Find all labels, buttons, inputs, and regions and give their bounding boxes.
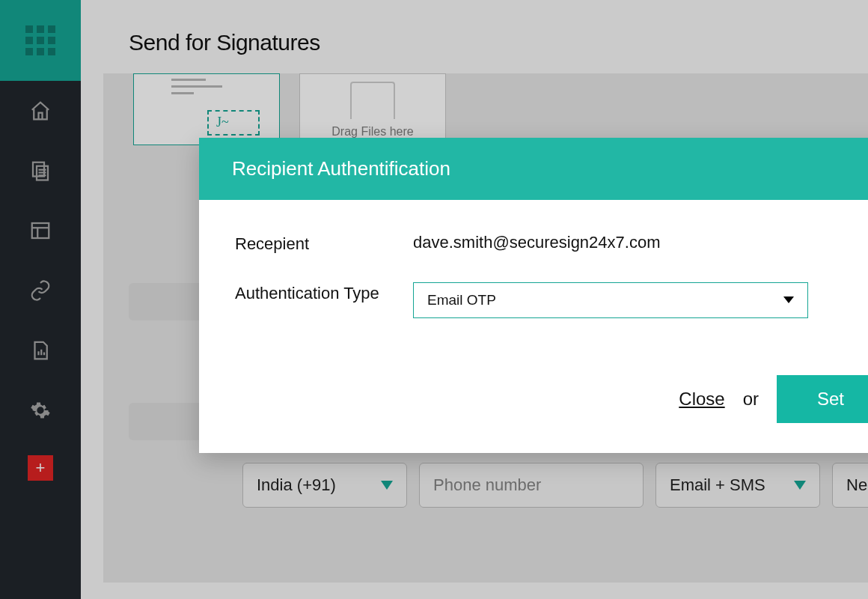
link-icon [29,279,52,302]
document-cards: J~ Drag Files here [103,73,868,145]
recipient-value: dave.smith@securesign24x7.com [413,233,660,252]
modal-title: Recipient Authentification [199,138,868,200]
sidebar-apps[interactable] [0,0,81,81]
signature-placeholder-icon: J~ [207,110,260,136]
sidebar-report[interactable] [0,320,81,380]
role-value: Nee [846,475,868,495]
auth-type-select[interactable]: Email OTP [413,282,808,318]
recipient-auth-modal: Recipient Authentification Recepient dav… [199,138,868,453]
dropzone[interactable]: Drag Files here [299,73,446,145]
sidebar-add-button[interactable]: + [28,455,53,481]
sidebar: + [0,0,81,599]
country-code-select[interactable]: India (+91) [242,463,407,508]
documents-icon [29,159,52,182]
svg-rect-5 [32,223,49,238]
chevron-down-icon [794,481,806,490]
chevron-down-icon [381,481,393,490]
or-text: or [743,389,759,410]
plus-icon: + [36,458,46,478]
delivery-select[interactable]: Email + SMS [655,463,820,508]
role-select[interactable]: Nee [832,463,868,508]
delivery-value: Email + SMS [670,475,765,495]
report-icon [29,339,52,362]
phone-input[interactable]: Phone number [419,463,644,508]
auth-type-label: Authentication Type [235,282,413,305]
sidebar-settings[interactable] [0,380,81,440]
document-card[interactable]: J~ [133,73,280,145]
recipient-form-row: India (+91) Phone number Email + SMS Nee [242,463,868,508]
close-button[interactable]: Close [679,389,724,410]
recipient-label: Recepient [235,233,413,255]
sidebar-link[interactable] [0,261,81,320]
sidebar-documents[interactable] [0,141,81,201]
country-code-value: India (+91) [257,475,336,495]
sidebar-home[interactable] [0,81,81,141]
dropzone-label: Drag Files here [331,125,413,139]
set-button[interactable]: Set [777,375,868,423]
apps-grid-icon [25,25,55,55]
document-lines-icon [171,79,222,99]
page-title: Send for Signatures [129,30,868,55]
gear-icon [30,400,51,421]
main-area: Send for Signatures J~ Drag Files here [81,0,868,599]
caret-down-icon [783,297,794,303]
upload-icon [350,82,395,119]
home-icon [29,100,52,122]
phone-placeholder: Phone number [433,475,541,495]
auth-type-value: Email OTP [427,292,496,308]
table-icon [29,219,52,242]
sidebar-table[interactable] [0,201,81,261]
